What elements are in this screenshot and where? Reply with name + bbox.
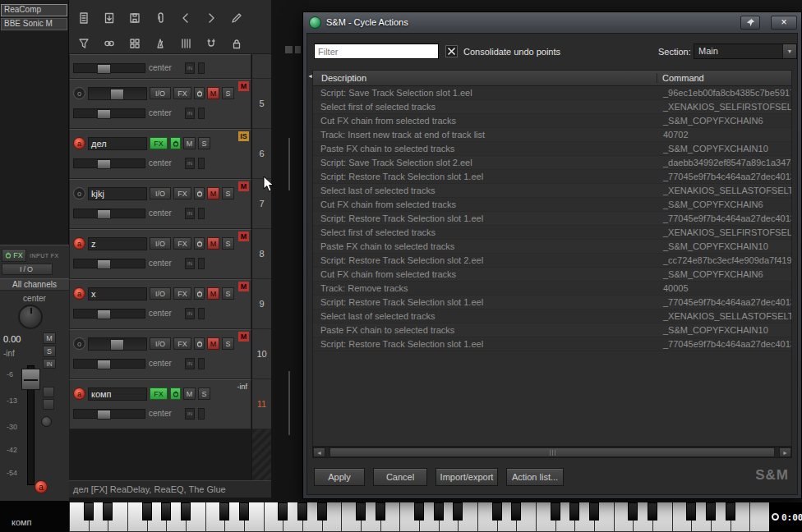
piano-black-key[interactable] bbox=[453, 502, 463, 521]
filter-input[interactable] bbox=[314, 44, 439, 59]
fx-button[interactable]: FX bbox=[150, 388, 168, 400]
volume-slider[interactable] bbox=[73, 409, 145, 419]
action-row[interactable]: Script: Restore Track Selection slot 1.e… bbox=[313, 296, 791, 310]
master-io-button[interactable]: I/O bbox=[2, 264, 53, 275]
track-number[interactable] bbox=[252, 54, 271, 79]
action-row[interactable]: Script: Restore Track Selection slot 2.e… bbox=[313, 254, 791, 268]
pan-value[interactable]: center bbox=[149, 259, 182, 268]
piano-black-key[interactable] bbox=[103, 502, 113, 521]
track-name-field[interactable] bbox=[88, 337, 147, 351]
solo-button[interactable]: S bbox=[222, 337, 234, 350]
piano-black-key[interactable] bbox=[84, 502, 94, 521]
track-name-field[interactable] bbox=[88, 87, 147, 100]
solo-button[interactable]: S bbox=[198, 137, 210, 149]
action-row[interactable]: Paste FX chain to selected tracks _S&M_C… bbox=[313, 142, 791, 156]
record-arm-button[interactable]: a bbox=[73, 388, 85, 400]
fx-power-button[interactable] bbox=[194, 287, 205, 300]
track-panel-partial[interactable]: center IN bbox=[69, 54, 251, 79]
piano-black-key[interactable] bbox=[356, 502, 366, 521]
solo-button[interactable]: S bbox=[222, 287, 234, 300]
piano-black-key[interactable] bbox=[317, 502, 327, 521]
routing-button[interactable] bbox=[198, 62, 205, 74]
track-panel[interactable]: M o I/O FX M S center IN bbox=[69, 329, 251, 379]
fx-button[interactable]: FX bbox=[173, 87, 191, 99]
action-row[interactable]: Script: Save Track Selection slot 2.eel … bbox=[313, 156, 791, 170]
fx-button[interactable]: FX bbox=[173, 187, 191, 200]
mute-button[interactable]: M bbox=[183, 137, 196, 149]
io-button[interactable]: I/O bbox=[150, 87, 171, 99]
scroll-left-icon[interactable]: ◄ bbox=[313, 447, 325, 457]
piano-black-key[interactable] bbox=[648, 502, 657, 521]
scrollbar-thumb[interactable] bbox=[330, 447, 775, 457]
mute-button[interactable]: M bbox=[183, 388, 196, 400]
action-row[interactable]: Cut FX chain from selected tracks _S&M_C… bbox=[313, 268, 791, 282]
track-panel[interactable]: IS a дел I/O FX M S center IN bbox=[69, 129, 251, 179]
apply-button[interactable]: Apply bbox=[314, 468, 365, 486]
action-row[interactable]: Script: Restore Track Selection slot 1.e… bbox=[313, 170, 791, 184]
routing-button[interactable] bbox=[198, 308, 205, 319]
action-row[interactable]: Track: Remove tracks 40005 bbox=[313, 282, 791, 296]
mute-button[interactable]: M bbox=[207, 87, 219, 99]
piano-black-key[interactable] bbox=[726, 502, 735, 521]
track-number[interactable]: 10 bbox=[252, 329, 271, 379]
io-button[interactable]: I/O bbox=[150, 287, 171, 300]
track-name-field[interactable]: x bbox=[88, 287, 147, 300]
routing-button[interactable] bbox=[198, 358, 205, 369]
snap-magnet-icon[interactable] bbox=[199, 33, 223, 53]
action-row[interactable]: Select first of selected tracks _XENAKIO… bbox=[313, 226, 791, 240]
grid-lines-icon[interactable] bbox=[173, 33, 197, 53]
action-list-button[interactable]: Action list... bbox=[506, 468, 564, 486]
fx-power-button[interactable] bbox=[170, 137, 181, 149]
track-number[interactable]: 5 bbox=[252, 79, 271, 129]
fx-button[interactable]: FX bbox=[173, 337, 191, 350]
io-button[interactable]: I/O bbox=[150, 337, 171, 350]
consolidate-undo-checkbox[interactable] bbox=[445, 45, 458, 57]
piano-black-key[interactable] bbox=[492, 502, 502, 521]
action-row[interactable]: Select last of selected tracks _XENAKIOS… bbox=[313, 310, 791, 323]
piano-black-key[interactable] bbox=[628, 502, 638, 521]
record-arm-button[interactable]: a bbox=[73, 137, 85, 149]
fx-power-button[interactable] bbox=[170, 388, 181, 400]
input-fx-label[interactable]: INPUT FX bbox=[30, 253, 59, 259]
track-name-field[interactable]: z bbox=[88, 237, 147, 250]
pan-value[interactable]: center bbox=[149, 63, 182, 72]
track-panel[interactable]: M a z I/O FX M S center IN bbox=[69, 229, 251, 279]
piano-white-key[interactable] bbox=[749, 502, 770, 532]
record-arm-button[interactable]: a bbox=[73, 287, 85, 300]
column-command[interactable]: Command bbox=[657, 73, 704, 83]
piano-black-key[interactable] bbox=[297, 502, 307, 521]
solo-button[interactable]: S bbox=[222, 187, 234, 200]
solo-button[interactable]: S bbox=[198, 388, 210, 400]
scroll-right-icon[interactable]: ► bbox=[779, 447, 791, 457]
pan-value[interactable]: center bbox=[149, 108, 182, 117]
piano-black-key[interactable] bbox=[376, 502, 385, 521]
dialog-titlebar[interactable]: S&M - Cycle Actions × bbox=[303, 12, 801, 33]
grid-icon[interactable] bbox=[122, 33, 146, 53]
pin-button[interactable] bbox=[740, 16, 760, 30]
piano-black-key[interactable] bbox=[161, 502, 171, 521]
close-button[interactable]: × bbox=[771, 16, 797, 30]
record-arm-button[interactable]: o bbox=[73, 187, 85, 200]
fx-power-button[interactable] bbox=[194, 237, 205, 250]
pan-value[interactable]: center bbox=[149, 158, 182, 167]
section-dropdown[interactable]: Main ▼ bbox=[694, 44, 797, 59]
piano-black-key[interactable] bbox=[278, 502, 288, 521]
routing-button[interactable] bbox=[198, 158, 205, 169]
piano-black-key[interactable] bbox=[181, 502, 191, 521]
master-fx-button[interactable]: FX bbox=[2, 249, 26, 262]
record-arm-button[interactable]: o bbox=[73, 87, 85, 99]
fx-button[interactable]: FX bbox=[150, 137, 168, 149]
open-project-icon[interactable] bbox=[97, 7, 121, 28]
piano-black-key[interactable] bbox=[434, 502, 444, 521]
import-export-button[interactable]: Import/export bbox=[436, 468, 498, 486]
fx-button[interactable]: FX bbox=[173, 287, 191, 300]
solo-button[interactable]: S bbox=[222, 87, 234, 99]
save-project-icon[interactable] bbox=[122, 7, 146, 28]
horizontal-scrollbar[interactable]: ◄ ► bbox=[312, 447, 792, 458]
track-name-field[interactable]: комп bbox=[88, 388, 147, 401]
fx-power-button[interactable] bbox=[194, 87, 205, 99]
pan-value[interactable]: center bbox=[149, 409, 182, 418]
mute-button[interactable]: M bbox=[207, 237, 219, 250]
volume-slider[interactable] bbox=[73, 309, 145, 319]
volume-slider[interactable] bbox=[73, 259, 145, 268]
